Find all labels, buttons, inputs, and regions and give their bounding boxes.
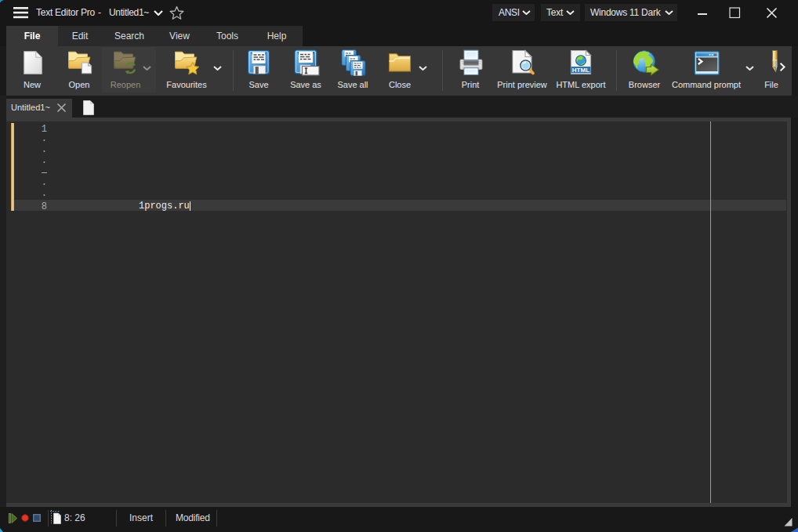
svg-text:HTML: HTML: [572, 67, 590, 74]
